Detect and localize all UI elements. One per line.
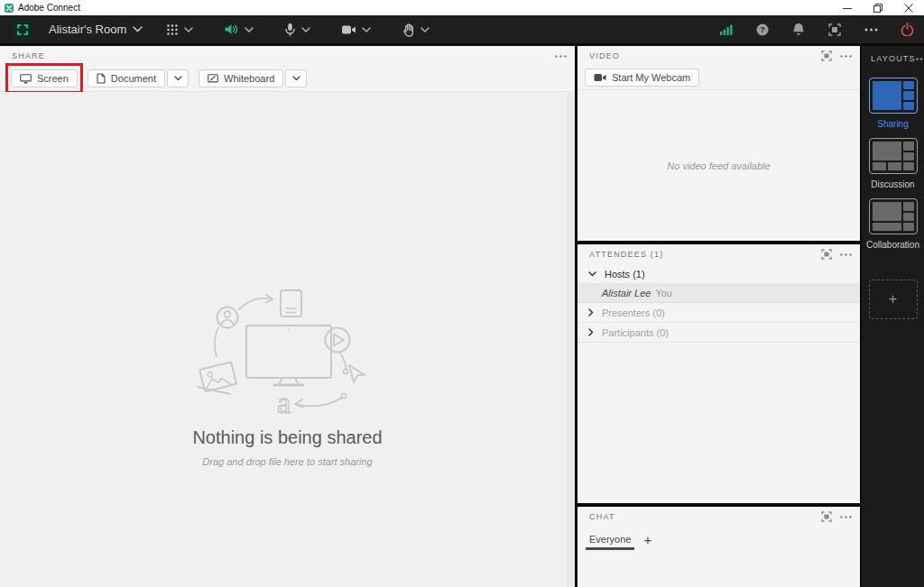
video-pod-title: VIDEO [589,51,620,60]
attendees-hosts-group[interactable]: Hosts (1) [578,264,860,284]
layouts-title: LAYOUTS [871,54,916,63]
attendees-pod-menu-button[interactable] [840,253,852,256]
layout-sharing-thumbnail[interactable] [869,78,918,114]
chat-pod-fullscreen-button[interactable] [821,511,832,522]
notifications-button[interactable] [790,23,807,36]
video-pod: VIDEO Start My [578,46,860,241]
fullscreen-button[interactable] [827,23,843,36]
chevron-down-icon [362,27,371,32]
signal-bars-icon [720,24,733,35]
layouts-panel: LAYOUTS Sharing Discussion Collaboration… [862,46,924,587]
share-document-button[interactable]: Document [88,69,165,87]
restore-icon [873,4,882,13]
microphone-menu[interactable] [284,23,310,37]
help-icon: ? [756,23,769,36]
chat-pod-menu-button[interactable] [840,516,852,518]
chat-pod-header: CHAT [578,507,860,527]
main-area: SHARE Screen [0,43,924,587]
attendees-pod-header: ATTENDEES (1) [578,244,860,264]
layout-discussion-thumbnail[interactable] [869,138,918,174]
share-screen-button[interactable]: Screen [11,69,78,87]
share-empty-illustration: a [190,288,384,418]
share-drop-area[interactable]: a Nothing is being shared Drag and drop … [0,92,575,587]
right-column: VIDEO Start My [578,46,860,587]
attendees-pod-title: ATTENDEES (1) [589,250,663,259]
share-pod-title: SHARE [12,51,45,60]
minimize-button[interactable] [832,0,863,15]
chevron-down-icon [301,27,310,32]
share-pod: SHARE Screen [0,46,575,587]
attendees-pod-fullscreen-button[interactable] [821,249,832,260]
ellipsis-icon [555,55,567,58]
connect-logo-icon [16,23,29,36]
participants-group-label: Participants (0) [602,327,669,338]
room-name-menu[interactable]: Alistair's Room [49,23,143,36]
chevron-right-icon [588,328,594,336]
ellipsis-icon [840,253,852,256]
share-document-label: Document [111,73,156,84]
app-icon [5,4,14,13]
chat-tab-everyone[interactable]: Everyone [589,534,631,550]
connection-status-button[interactable] [718,24,735,35]
pods-menu[interactable] [166,23,193,36]
pod-fullscreen-icon [821,249,832,260]
share-empty-title: Nothing is being shared [192,427,382,448]
webcam-icon [594,73,606,82]
share-pod-header: SHARE [0,46,575,66]
video-pod-fullscreen-button[interactable] [821,50,832,61]
chat-add-tab-button[interactable]: + [643,533,651,550]
room-name: Alistair's Room [49,23,126,36]
share-empty-hint: Drag and drop file here to start sharing [202,456,372,467]
close-icon [904,4,913,13]
chat-tabs: Everyone + [578,527,860,550]
app-toolbar: Alistair's Room [0,15,924,43]
pod-fullscreen-icon [821,511,832,522]
share-scrollbar[interactable] [567,93,575,587]
attendees-pod: ATTENDEES (1) Hosts (1) Alistair Lee [578,244,860,503]
ellipsis-icon [864,28,878,32]
share-toolbar: Screen Document [0,66,575,92]
speaker-icon [224,23,239,36]
video-body: No video feed available [578,90,860,241]
screen-icon [20,74,32,84]
share-document-dropdown[interactable] [167,69,189,87]
help-button[interactable]: ? [754,23,771,36]
share-whiteboard-dropdown[interactable] [285,69,307,87]
attendee-name: Alistair Lee [602,288,651,298]
presenters-group-label: Presenters (0) [602,307,665,318]
layout-collaboration-label[interactable]: Collaboration [866,240,919,250]
end-meeting-button[interactable] [899,23,915,36]
window-titlebar: Adobe Connect [0,0,924,15]
raise-hand-menu[interactable] [402,23,430,37]
raise-hand-icon [402,23,415,37]
speaker-menu[interactable] [224,23,254,36]
attendees-participants-group[interactable]: Participants (0) [578,323,860,343]
restore-button[interactable] [863,0,893,15]
minimize-icon [843,4,852,13]
ellipsis-icon [840,55,852,58]
microphone-icon [284,23,296,37]
start-webcam-button[interactable]: Start My Webcam [585,69,699,87]
attendees-presenters-group[interactable]: Presenters (0) [578,303,860,323]
layout-collaboration-thumbnail[interactable] [869,198,918,234]
close-button[interactable] [893,0,924,15]
chevron-down-icon [420,27,430,32]
video-pod-menu-button[interactable] [840,55,852,58]
share-pod-menu-button[interactable] [555,55,567,58]
chevron-down-icon [184,27,193,32]
adobe-connect-logo[interactable] [13,20,32,40]
window-title: Adobe Connect [18,3,80,13]
webcam-menu[interactable] [341,24,371,35]
more-options-button[interactable] [863,28,879,32]
share-whiteboard-button[interactable]: Whiteboard [199,69,283,87]
start-webcam-label: Start My Webcam [612,72,690,83]
chat-pod-title: CHAT [589,512,615,521]
layouts-menu-button[interactable] [916,58,924,60]
svg-text:a: a [277,386,291,418]
chevron-down-icon [292,76,300,81]
layout-discussion-label[interactable]: Discussion [871,179,914,189]
bell-icon [792,23,805,36]
layout-sharing-label[interactable]: Sharing [877,119,908,129]
attendee-row[interactable]: Alistair Lee You [578,284,860,303]
create-layout-button[interactable]: + [869,280,918,319]
